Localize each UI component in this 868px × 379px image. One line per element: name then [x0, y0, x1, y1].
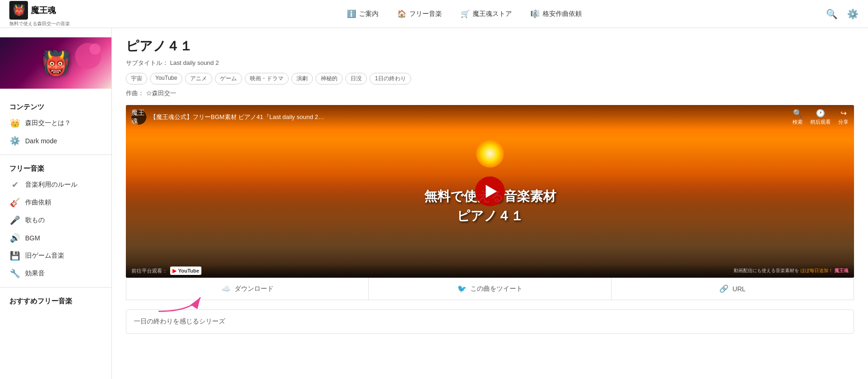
video-share-label: 分享 — [838, 119, 848, 126]
video-bottom-bar: 前往平台观看： ▶ YouTube 動画配信にも使える音楽素材を ほぼ毎日追加！… — [126, 264, 854, 278]
video-thumbnail: 魔王魂 【魔王魂公式】フリーBGM素材 ピアノ41『Last daily sou… — [126, 105, 854, 278]
hero-decoration — [74, 42, 102, 70]
svg-point-1 — [90, 43, 101, 55]
sidebar-label-about: 森田交一とは？ — [25, 119, 71, 127]
main-content: ピアノ４１ サブタイトル： Last daily sound 2 宇宙 YouT… — [112, 28, 868, 379]
tag-list: 宇宙 YouTube アニメ ゲーム 映画・ドラマ 演劇 神秘的 日没 1日の終… — [126, 73, 854, 84]
watch-on-label: 前往平台观看： — [131, 267, 167, 274]
tag-movie[interactable]: 映画・ドラマ — [245, 73, 289, 84]
darkmode-icon: ⚙️ — [9, 136, 21, 146]
video-container[interactable]: 魔王魂 【魔王魂公式】フリーBGM素材 ピアノ41『Last daily sou… — [126, 105, 854, 278]
video-history-label: 稍后观看 — [810, 119, 831, 126]
page-author: 作曲： ☆森田交一 — [126, 89, 854, 98]
header-nav: ℹ️ ご案内 🏠 フリー音楽 🛒 魔王魂ストア 🎼 格安作曲依頼 — [103, 9, 826, 18]
mic-icon: 🎤 — [9, 215, 21, 225]
sidebar-recommended-title: おすすめフリー音楽 — [0, 292, 111, 309]
author-value: ☆森田交一 — [146, 90, 176, 97]
sidebar-divider-1 — [0, 154, 111, 155]
sidebar-free-music-title: フリー音楽 — [0, 160, 111, 176]
tag-sunset[interactable]: 日没 — [345, 73, 367, 84]
video-share-action[interactable]: ↪ 分享 — [838, 109, 848, 126]
video-title-text: 【魔王魂公式】フリーBGM素材 ピアノ41『Last daily sound 2… — [150, 113, 792, 121]
video-promo-brand: 魔王魂 — [834, 268, 848, 273]
sidebar-label-commission: 作曲依頼 — [25, 198, 51, 207]
series-section: 一日の終わりを感じるシリーズ — [126, 309, 854, 334]
sidebar: 👹 コンテンツ 👑 森田交一とは？ ⚙️ Dark mode フリー音楽 ✔ 音… — [0, 28, 112, 379]
sidebar-item-rules[interactable]: ✔ 音楽利用のルール — [0, 176, 111, 194]
url-button[interactable]: 🔗 URL — [612, 278, 854, 300]
youtube-text: YouTube — [178, 268, 199, 274]
tag-game[interactable]: ゲーム — [215, 73, 242, 84]
sidebar-item-bgm[interactable]: 🔊 BGM — [0, 229, 111, 247]
tag-space[interactable]: 宇宙 — [126, 73, 147, 84]
video-share-icon: ↪ — [840, 109, 847, 118]
nav-item-store[interactable]: 🛒 魔王魂ストア — [461, 9, 512, 18]
sidebar-item-about[interactable]: 👑 森田交一とは？ — [0, 114, 111, 132]
video-watch-on: 前往平台观看： ▶ YouTube — [131, 267, 201, 275]
store-icon: 🛒 — [461, 9, 470, 18]
action-bar-wrapper: ☁️ ダウンロード 🐦 この曲をツイート 🔗 URL — [126, 278, 854, 300]
sidebar-item-retro[interactable]: 💾 旧ゲーム音楽 — [0, 247, 111, 265]
download-label: ダウンロード — [234, 285, 274, 293]
download-button[interactable]: ☁️ ダウンロード — [126, 278, 369, 300]
tag-end-of-day[interactable]: 1日の終わり — [370, 73, 411, 84]
header: 👹 魔王魂 無料で使える森田交一の音楽 ℹ️ ご案内 🏠 フリー音楽 🛒 魔王魂… — [0, 0, 868, 28]
video-history-action[interactable]: 🕐 稍后观看 — [810, 109, 831, 126]
commission-icon: 🎼 — [530, 9, 540, 18]
link-icon: 🔗 — [719, 284, 729, 293]
youtube-play-icon: ▶ — [172, 267, 177, 274]
tag-anime[interactable]: アニメ — [185, 73, 212, 84]
sidebar-contents-title: コンテンツ — [0, 98, 111, 114]
video-play-button[interactable] — [475, 176, 505, 206]
retro-icon: 💾 — [9, 251, 21, 261]
tweet-button[interactable]: 🐦 この曲をツイート — [369, 278, 611, 300]
sidebar-item-darkmode[interactable]: ⚙️ Dark mode — [0, 132, 111, 150]
sfx-icon: 🔧 — [9, 268, 21, 279]
header-actions: 🔍 ⚙️ — [826, 8, 859, 20]
overlay-line2: ピアノ４１ — [424, 206, 556, 226]
tag-drama[interactable]: 演劇 — [291, 73, 313, 84]
sidebar-label-bgm: BGM — [25, 234, 40, 242]
speaker-icon: 🔊 — [9, 233, 21, 243]
youtube-logo[interactable]: ▶ YouTube — [170, 267, 201, 275]
sidebar-label-vocal: 歌もの — [25, 216, 45, 225]
check-icon: ✔ — [9, 180, 21, 190]
nav-item-free-music[interactable]: 🏠 フリー音楽 — [397, 9, 442, 18]
sidebar-divider-2 — [0, 287, 111, 288]
video-history-icon: 🕐 — [816, 109, 825, 118]
subtitle-value: Last daily sound 2 — [170, 59, 219, 66]
nav-label-store: 魔王魂ストア — [473, 10, 512, 18]
info-icon: ℹ️ — [347, 9, 356, 18]
nav-label-free-music: フリー音楽 — [409, 10, 442, 18]
logo-subtitle: 無料で使える森田交一の音楽 — [9, 21, 70, 27]
nav-item-commission[interactable]: 🎼 格安作曲依頼 — [530, 9, 582, 18]
search-button[interactable]: 🔍 — [826, 8, 838, 20]
video-top-actions: 🔍 検索 🕐 稍后观看 ↪ 分享 — [792, 109, 848, 126]
sidebar-label-retro: 旧ゲーム音楽 — [25, 252, 64, 260]
tweet-label: この曲をツイート — [470, 285, 523, 293]
author-label: 作曲： — [126, 90, 144, 97]
music-icon: 🏠 — [397, 9, 406, 18]
tag-mysterious[interactable]: 神秘的 — [316, 73, 343, 84]
site-logo[interactable]: 👹 魔王魂 無料で使える森田交一の音楽 — [9, 1, 84, 27]
settings-button[interactable]: ⚙️ — [847, 8, 859, 20]
sidebar-item-commission[interactable]: 🎸 作曲依頼 — [0, 194, 111, 211]
sidebar-item-sfx[interactable]: 🔧 効果音 — [0, 265, 111, 282]
video-search-action[interactable]: 🔍 検索 — [792, 109, 803, 126]
video-promo-text: 動画配信にも使える音楽素材を ほぼ毎日追加！ 魔王魂 — [734, 267, 848, 274]
sidebar-label-darkmode: Dark mode — [25, 137, 57, 145]
sidebar-label-rules: 音楽利用のルール — [25, 181, 77, 189]
video-search-icon: 🔍 — [793, 109, 802, 118]
video-search-label: 検索 — [792, 119, 803, 126]
logo-text: 魔王魂 — [31, 5, 56, 16]
action-bar: ☁️ ダウンロード 🐦 この曲をツイート 🔗 URL — [126, 278, 854, 300]
sidebar-item-vocal[interactable]: 🎤 歌もの — [0, 211, 111, 229]
download-icon: ☁️ — [221, 284, 231, 293]
tag-youtube[interactable]: YouTube — [150, 73, 182, 84]
nav-label-commission: 格安作曲依頼 — [543, 10, 582, 18]
nav-item-info[interactable]: ℹ️ ご案内 — [347, 9, 379, 18]
page-title: ピアノ４１ — [126, 37, 854, 55]
video-channel-badge: 魔王魂 — [131, 110, 146, 125]
video-top-bar: 魔王魂 【魔王魂公式】フリーBGM素材 ピアノ41『Last daily sou… — [126, 105, 854, 129]
sun-element — [476, 140, 504, 168]
